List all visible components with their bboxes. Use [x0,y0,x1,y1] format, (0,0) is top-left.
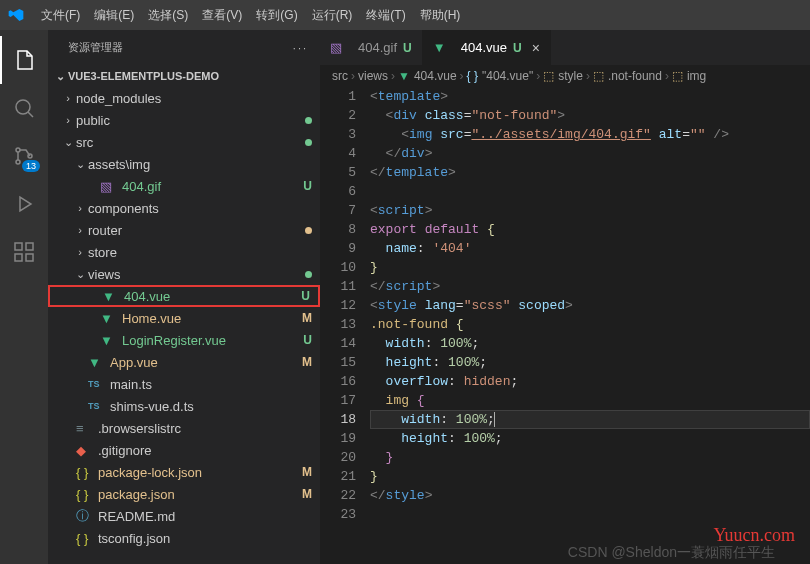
md-icon: ⓘ [76,507,92,525]
file-item[interactable]: ≡.browserslistrc [48,417,320,439]
code-line[interactable]: name: '404' [370,239,810,258]
code-line[interactable]: } [370,448,810,467]
folder-item[interactable]: ⌄assets\img [48,153,320,175]
git-dot [305,271,312,278]
ts-icon: TS [88,401,104,411]
code-line[interactable]: export default { [370,220,810,239]
folder-item[interactable]: ›public [48,109,320,131]
code[interactable]: <template> <div class="not-found"> <img … [370,87,810,564]
tab-label: 404.gif [358,40,397,55]
code-line[interactable]: </template> [370,163,810,182]
menu-item[interactable]: 编辑(E) [87,0,141,30]
close-icon[interactable]: × [532,40,540,56]
file-name: components [88,201,312,216]
tab-status: U [513,41,522,55]
code-line[interactable]: width: 100%; [370,410,810,429]
extensions-icon[interactable] [0,228,48,276]
code-line[interactable]: </script> [370,277,810,296]
json-icon: { } [76,531,92,546]
file-item[interactable]: ▼Home.vueM [48,307,320,329]
code-line[interactable]: height: 100%; [370,429,810,448]
menu-item[interactable]: 终端(T) [359,0,412,30]
file-item[interactable]: ◆.gitignore [48,439,320,461]
file-name: tsconfig.json [98,531,312,546]
code-line[interactable]: <div class="not-found"> [370,106,810,125]
file-item[interactable]: TSshims-vue.d.ts [48,395,320,417]
folder-item[interactable]: ›components [48,197,320,219]
chevron-right-icon: › [665,69,669,83]
code-line[interactable]: <style lang="scss" scoped> [370,296,810,315]
debug-icon[interactable] [0,180,48,228]
code-line[interactable]: width: 100%; [370,334,810,353]
chevron-right-icon: › [536,69,540,83]
folder-item[interactable]: ⌄src [48,131,320,153]
code-line[interactable] [370,182,810,201]
file-item[interactable]: ▼App.vueM [48,351,320,373]
menu-item[interactable]: 帮助(H) [413,0,468,30]
code-line[interactable]: .not-found { [370,315,810,334]
code-line[interactable]: </style> [370,486,810,505]
breadcrumb-item[interactable]: ▼404.vue [398,69,457,83]
menu-item[interactable]: 查看(V) [195,0,249,30]
breadcrumb-item[interactable]: { }"404.vue" [467,69,534,83]
chevron-right-icon: › [460,69,464,83]
file-item[interactable]: { }package-lock.jsonM [48,461,320,483]
code-line[interactable]: </div> [370,144,810,163]
editor-area: ▧404.gifU▼404.vueU× src›views›▼404.vue›{… [320,30,810,564]
breadcrumb-item[interactable]: ⬚img [672,69,706,83]
svg-rect-4 [15,243,22,250]
breadcrumb-item[interactable]: views [358,69,388,83]
git-status: M [302,311,312,325]
code-line[interactable]: } [370,258,810,277]
scm-badge: 13 [22,160,40,172]
code-line[interactable]: } [370,467,810,486]
folder-item[interactable]: ›router [48,219,320,241]
code-line[interactable]: height: 100%; [370,353,810,372]
file-item[interactable]: ▼404.vueU [48,285,320,307]
breadcrumb-item[interactable]: ⬚.not-found [593,69,662,83]
menu-item[interactable]: 文件(F) [34,0,87,30]
file-name: LoginRegister.vue [122,333,299,348]
scm-icon[interactable]: 13 [0,132,48,180]
explorer-icon[interactable] [0,36,48,84]
breadcrumb-item[interactable]: src [332,69,348,83]
menu-item[interactable]: 选择(S) [141,0,195,30]
menu-item[interactable]: 转到(G) [249,0,304,30]
tab[interactable]: ▧404.gifU [320,30,423,65]
code-line[interactable]: overflow: hidden; [370,372,810,391]
code-line[interactable]: <script> [370,201,810,220]
vue-icon: ▼ [100,311,116,326]
bl-icon: ≡ [76,421,92,436]
chevron-right-icon: › [586,69,590,83]
file-name: README.md [98,509,312,524]
file-item[interactable]: TSmain.ts [48,373,320,395]
code-line[interactable] [370,505,810,524]
code-line[interactable]: <template> [370,87,810,106]
breadcrumb-item[interactable]: ⬚style [543,69,583,83]
file-item[interactable]: { }tsconfig.json [48,527,320,549]
search-icon[interactable] [0,84,48,132]
file-name: src [76,135,301,150]
menu-item[interactable]: 运行(R) [305,0,360,30]
folder-item[interactable]: ›node_modules [48,87,320,109]
file-item[interactable]: { }package.jsonM [48,483,320,505]
sidebar: 资源管理器 ··· ⌄ VUE3-ELEMENTPLUS-DEMO ›node_… [48,30,320,564]
file-item[interactable]: ▼LoginRegister.vueU [48,329,320,351]
tab[interactable]: ▼404.vueU× [423,30,551,65]
git-status: U [303,333,312,347]
sidebar-more-icon[interactable]: ··· [293,42,308,54]
file-item[interactable]: ⓘREADME.md [48,505,320,527]
file-name: package.json [98,487,298,502]
project-header[interactable]: ⌄ VUE3-ELEMENTPLUS-DEMO [48,65,320,87]
git-dot [305,117,312,124]
git-dot [305,139,312,146]
file-name: 404.vue [124,289,297,304]
folder-item[interactable]: ›store [48,241,320,263]
gutter: 1234567891011121314151617181920212223 [320,87,370,564]
folder-item[interactable]: ⌄views [48,263,320,285]
file-item[interactable]: ▧404.gifU [48,175,320,197]
editor[interactable]: 1234567891011121314151617181920212223 <t… [320,87,810,564]
code-line[interactable]: img { [370,391,810,410]
code-line[interactable]: <img src="../assets/img/404.gif" alt="" … [370,125,810,144]
json-icon: { } [76,465,92,480]
